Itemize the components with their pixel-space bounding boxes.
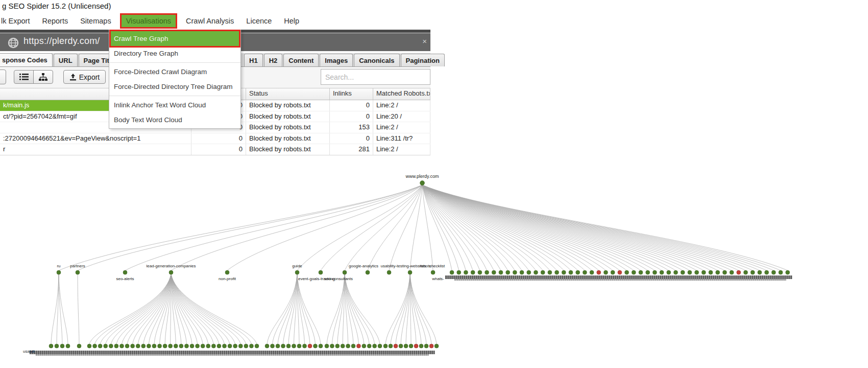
node-green	[751, 270, 755, 274]
overlapping-node-labels-right	[445, 275, 792, 279]
node-green	[569, 270, 573, 274]
menu-visualisations[interactable]: Visualisations	[122, 15, 176, 27]
crawl-url: https://plerdy.com/	[23, 36, 100, 47]
table-row[interactable]: :272000946466521&ev=PageView&noscript=10…	[0, 133, 430, 145]
node-green	[435, 344, 439, 348]
node-red	[394, 344, 398, 348]
node-green	[330, 344, 334, 348]
node-green	[527, 270, 531, 274]
col-header-inlinks[interactable]: Inlinks	[330, 88, 373, 100]
col-header-status[interactable]: Status	[246, 88, 330, 100]
node-green	[520, 270, 524, 274]
menu-reports[interactable]: Reports	[36, 14, 74, 28]
node-green	[378, 344, 382, 348]
menu-item-crawl-tree-graph[interactable]: Crawl Tree Graph	[111, 31, 239, 46]
col-header-matched-robots-txt[interactable]: Matched Robots.txt	[373, 88, 430, 100]
svg-text:lead-generation-companies: lead-generation-companies	[147, 264, 196, 268]
tab-pagination[interactable]: Pagination	[401, 54, 445, 66]
node-green	[492, 270, 496, 274]
node-green	[225, 270, 229, 274]
node-green	[109, 344, 113, 348]
cropped-button[interactable]	[0, 70, 6, 84]
menu-separator	[109, 96, 240, 96]
svg-text:checklist: checklist	[429, 264, 445, 268]
cell-address: r	[0, 144, 191, 155]
close-icon[interactable]: ×	[422, 37, 427, 45]
node-green	[404, 344, 408, 348]
node-green	[499, 270, 503, 274]
node-green	[709, 270, 713, 274]
node-green	[632, 270, 636, 274]
node-green	[351, 344, 355, 348]
tab-sponse-codes[interactable]: sponse Codes	[0, 53, 53, 66]
table-row[interactable]: r0Blocked by robots.txt281Line:2 /	[0, 144, 430, 155]
tab-h2[interactable]: H2	[264, 54, 283, 66]
node-green	[255, 344, 259, 348]
menu-item-body-text-word-cloud[interactable]: Body Text Word Cloud	[109, 112, 240, 127]
node-green	[281, 344, 285, 348]
search-input[interactable]	[321, 69, 430, 85]
menu-sitemaps[interactable]: Sitemaps	[74, 14, 117, 28]
overlapping-node-labels-right-2	[454, 279, 786, 281]
menu-item-force-directed-crawl-diagram[interactable]: Force-Directed Crawl Diagram	[109, 64, 240, 79]
node-green	[303, 344, 307, 348]
export-label: Export	[79, 73, 100, 81]
tree-svg: www.plerdy.comrupartnersseo-alertslead-g…	[0, 169, 868, 363]
node-red	[597, 270, 601, 274]
node-green	[158, 344, 162, 348]
node-green	[131, 344, 135, 348]
menu-licence[interactable]: Licence	[240, 14, 278, 28]
node-green	[104, 344, 108, 348]
node-green	[562, 270, 566, 274]
tab-url[interactable]: URL	[54, 54, 78, 66]
node-green	[373, 344, 377, 348]
menu-item-inlink-anchor-text-word-cloud[interactable]: Inlink Anchor Text Word Cloud	[109, 98, 240, 112]
node-green	[548, 270, 552, 274]
node-green	[190, 344, 194, 348]
svg-text:seo-alerts: seo-alerts	[116, 277, 134, 281]
svg-text:google-analytics: google-analytics	[349, 264, 378, 268]
node-green	[147, 344, 151, 348]
node-green	[431, 270, 435, 274]
node-red	[414, 344, 418, 348]
tree-view-button[interactable]	[33, 70, 53, 84]
node-green	[238, 344, 243, 348]
list-view-button[interactable]	[14, 70, 34, 84]
node-green	[228, 344, 232, 348]
node-green	[555, 270, 559, 274]
node-green	[681, 270, 685, 274]
cell-matched: Line:311 /tr?	[373, 133, 430, 144]
node-green	[206, 344, 210, 348]
export-button[interactable]: Export	[63, 70, 106, 84]
node-green	[576, 270, 580, 274]
node-green	[244, 344, 248, 348]
menu-lk-export[interactable]: lk Export	[0, 14, 36, 28]
svg-text:whats-: whats-	[431, 277, 444, 281]
menu-item-force-directed-directory-tree-diagram[interactable]: Force-Directed Directory Tree Diagram	[109, 79, 240, 94]
menu-crawl-analysis[interactable]: Crawl Analysis	[180, 14, 240, 28]
node-green	[297, 344, 301, 348]
cell-matched: Line:2 /	[373, 144, 430, 155]
cell-matched: Line:2 /	[373, 122, 430, 133]
menu-item-directory-tree-graph[interactable]: Directory Tree Graph	[109, 46, 240, 61]
node-green	[485, 270, 489, 274]
node-green	[408, 270, 412, 274]
node-green	[534, 270, 538, 274]
node-green	[341, 344, 345, 348]
node-green	[639, 270, 643, 274]
node-green	[399, 344, 403, 348]
tab-h1[interactable]: H1	[244, 54, 263, 66]
node-green	[271, 344, 275, 348]
crawl-tree-graph[interactable]: www.plerdy.comrupartnersseo-alertslead-g…	[0, 169, 868, 363]
node-green	[184, 344, 188, 348]
node-green	[779, 270, 783, 274]
tab-content[interactable]: Content	[283, 54, 319, 66]
tab-group-right: H1H2ContentImagesCanonicalsPagination	[244, 54, 446, 66]
node-green	[786, 270, 790, 274]
node-green	[179, 344, 183, 348]
node-green	[343, 270, 347, 274]
menu-help[interactable]: Help	[278, 14, 305, 28]
tab-canonicals[interactable]: Canonicals	[354, 54, 399, 66]
tree-view-icon	[39, 73, 47, 81]
tab-images[interactable]: Images	[320, 54, 353, 66]
